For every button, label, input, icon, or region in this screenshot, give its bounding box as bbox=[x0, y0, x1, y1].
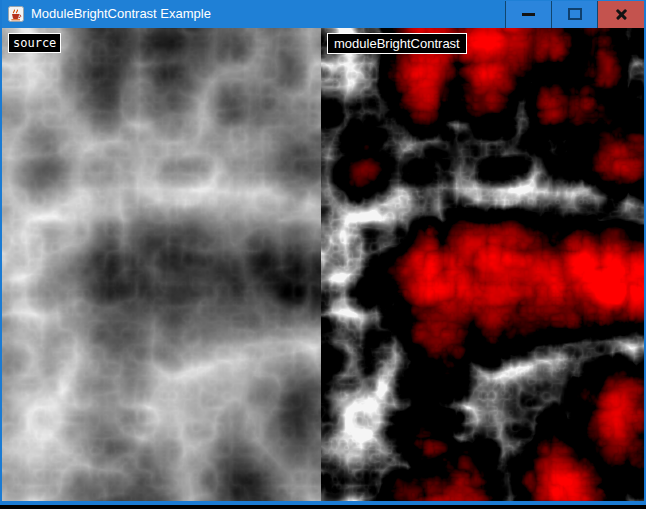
close-icon bbox=[615, 8, 628, 21]
minimize-icon bbox=[522, 13, 535, 16]
maximize-button[interactable] bbox=[551, 1, 597, 28]
module-bright-contrast-panel: moduleBrightContrast bbox=[321, 28, 644, 501]
maximize-icon bbox=[568, 8, 582, 20]
source-panel: source bbox=[2, 28, 321, 501]
module-bright-contrast-label: moduleBrightContrast bbox=[327, 33, 467, 54]
app-window: ModuleBrightContrast Example source bbox=[0, 0, 646, 505]
source-image bbox=[2, 28, 321, 501]
close-button[interactable] bbox=[597, 1, 644, 28]
window-title: ModuleBrightContrast Example bbox=[31, 0, 211, 28]
java-coffee-cup-icon bbox=[8, 6, 24, 22]
client-area: source moduleBrightContrast bbox=[2, 28, 644, 501]
source-label: source bbox=[8, 33, 61, 53]
module-bright-contrast-image bbox=[321, 28, 644, 501]
desktop-background: ModuleBrightContrast Example source bbox=[0, 0, 646, 509]
title-bar[interactable]: ModuleBrightContrast Example bbox=[2, 0, 644, 28]
minimize-button[interactable] bbox=[505, 1, 551, 28]
window-controls bbox=[505, 1, 644, 28]
